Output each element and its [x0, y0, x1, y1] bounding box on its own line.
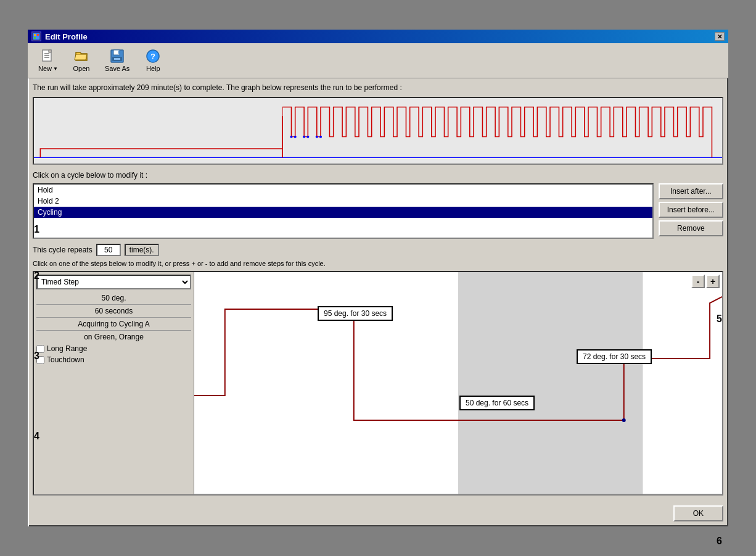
new-dropdown-arrow[interactable]: ▼ [53, 66, 58, 72]
svg-rect-13 [114, 58, 120, 60]
repeat-prefix: This cycle repeats [33, 246, 92, 254]
svg-rect-3 [34, 37, 36, 39]
help-button[interactable]: ? Help [138, 46, 168, 75]
svg-point-22 [319, 136, 322, 138]
label-5: 5 [717, 313, 722, 325]
svg-rect-1 [34, 34, 36, 36]
step-acquiring[interactable]: Acquiring to Cycling A [36, 318, 191, 331]
cycle-buttons: Insert after... Insert before... Remove [659, 183, 723, 239]
save-as-button[interactable]: Save As [99, 46, 135, 75]
open-button[interactable]: Open [66, 46, 97, 75]
long-range-row: Long Range [36, 343, 191, 354]
svg-point-18 [294, 136, 297, 138]
step-channels[interactable]: on Green, Orange [36, 331, 191, 343]
cycle-item-hold[interactable]: Hold [34, 185, 652, 196]
steps-area: Timed Step End Point Step Touch Down 50 … [33, 271, 723, 496]
cycle-section-label: Click on a cycle below to modify it : [33, 171, 723, 180]
steps-info: Click on one of the steps below to modif… [33, 260, 723, 267]
save-as-icon [110, 49, 125, 64]
cycle-area: Hold Hold 2 Cycling Insert after... Inse… [33, 183, 723, 239]
touchdown-label: Touchdown [47, 355, 84, 364]
insert-before-button[interactable]: Insert before... [659, 202, 723, 218]
annotation-95deg: 95 deg. for 30 secs [318, 306, 393, 321]
remove-button[interactable]: Remove [659, 220, 723, 236]
svg-point-21 [316, 136, 318, 138]
insert-after-button[interactable]: Insert after... [659, 183, 723, 199]
step-temp[interactable]: 50 deg. [36, 292, 191, 305]
svg-rect-0 [33, 33, 40, 40]
ok-area: OK [28, 500, 728, 526]
cycle-item-hold2[interactable]: Hold 2 [34, 196, 652, 207]
label-2: 2 [34, 270, 39, 281]
svg-point-20 [306, 136, 309, 138]
main-window: Edit Profile ✕ New ▼ [27, 28, 729, 528]
svg-rect-24 [458, 272, 643, 494]
title-bar-left: Edit Profile [31, 31, 88, 41]
steps-left-panel: Timed Step End Point Step Touch Down 50 … [34, 272, 194, 494]
annotation-72deg: 72 deg. for 30 secs [577, 349, 652, 364]
info-text: The run will take approximately 209 minu… [33, 83, 723, 92]
label-1: 1 [34, 224, 39, 235]
overview-graph-svg [34, 98, 722, 164]
touchdown-row: Touchdown [36, 354, 191, 365]
plus-minus-buttons: - + [691, 275, 720, 288]
label-6: 6 [717, 536, 722, 547]
svg-point-25 [622, 418, 626, 422]
app-icon [31, 31, 41, 41]
cycle-item-cycling[interactable]: Cycling [34, 207, 652, 218]
ok-button[interactable]: OK [673, 505, 723, 521]
svg-point-19 [303, 136, 305, 138]
label-4: 4 [34, 431, 39, 442]
step-duration[interactable]: 60 seconds [36, 305, 191, 318]
toolbar: New ▼ Open Save As [28, 43, 728, 78]
open-icon [74, 49, 89, 64]
svg-text:?: ? [150, 52, 155, 61]
close-button[interactable]: ✕ [715, 32, 725, 41]
cycle-list[interactable]: Hold Hold 2 Cycling [33, 183, 654, 239]
new-button[interactable]: New ▼ [33, 46, 64, 75]
long-range-label: Long Range [47, 344, 87, 353]
content-area: The run will take approximately 209 minu… [28, 78, 728, 500]
step-type-select[interactable]: Timed Step End Point Step Touch Down [36, 275, 191, 289]
new-icon [41, 49, 55, 64]
label-3: 3 [34, 351, 39, 362]
repeat-count-input[interactable] [96, 244, 121, 256]
svg-point-17 [290, 136, 292, 138]
plus-button[interactable]: + [706, 275, 720, 288]
window-title: Edit Profile [45, 32, 88, 41]
steps-graph-area: - + [194, 272, 722, 494]
overview-graph [33, 97, 723, 165]
svg-rect-11 [118, 51, 120, 54]
minus-button[interactable]: - [691, 275, 705, 288]
repeat-row: This cycle repeats time(s). [33, 244, 723, 256]
svg-rect-2 [37, 34, 39, 36]
repeat-suffix: time(s). [125, 244, 159, 256]
help-icon: ? [146, 49, 160, 64]
annotation-50deg: 50 deg. for 60 secs [459, 396, 535, 410]
steps-graph-svg [194, 272, 722, 494]
title-bar: Edit Profile ✕ [28, 30, 728, 43]
